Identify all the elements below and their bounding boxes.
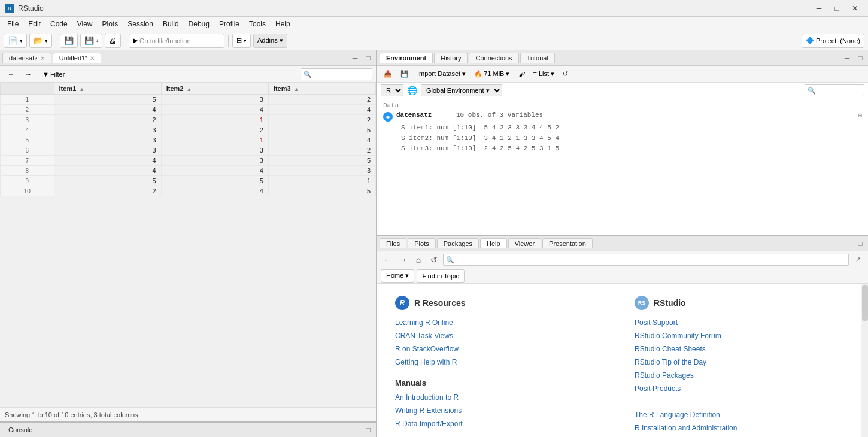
table-search-input[interactable] [301,68,372,80]
menu-profile[interactable]: Profile [214,19,244,29]
tab-files[interactable]: Files [380,238,406,248]
menu-view[interactable]: View [72,19,98,29]
help-external-button[interactable]: ↗ [851,253,864,266]
help-forward-button[interactable]: → [396,253,409,266]
list-view-button[interactable]: ≡ List ▾ [530,68,558,81]
link-stackoverflow[interactable]: R on StackOverflow [395,345,611,353]
menu-help[interactable]: Help [271,19,295,29]
grid-view-icon[interactable]: ⊞ [858,111,862,119]
maximize-help-button[interactable]: □ [855,238,866,249]
link-getting-help[interactable]: Getting Help with R [395,358,611,366]
main-area: datensatz ✕ Untitled1* ✕ ─ □ ← → ▼ Filte… [0,50,868,437]
datensatz-close-icon[interactable]: ✕ [40,55,45,62]
link-posit-support[interactable]: Posit Support [635,318,850,327]
tab-untitled1[interactable]: Untitled1* ✕ [53,53,102,63]
filter-button[interactable]: ▼ Filter [38,68,69,81]
link-cheat-sheets[interactable]: RStudio Cheat Sheets [635,345,850,353]
maximize-env-button[interactable]: □ [855,53,866,63]
close-button[interactable]: ✕ [846,2,863,14]
dataviewer-toolbar: ← → ▼ Filter [0,66,376,83]
cell-item1: 3 [54,125,161,135]
cell-item1: 4 [54,166,161,176]
link-rstudio-pkgs[interactable]: RStudio Packages [635,371,850,380]
untitled1-close-icon[interactable]: ✕ [90,55,95,62]
addins-button[interactable]: Addins ▾ [253,34,287,48]
tab-tutorial[interactable]: Tutorial [520,53,555,63]
menu-plots[interactable]: Plots [98,19,123,29]
link-posit-products[interactable]: Posit Products [635,384,850,393]
print-button[interactable]: 🖨 [105,34,121,48]
save-ws-icon: 💾 [400,70,409,78]
link-data-import[interactable]: R Data Import/Export [395,420,611,428]
tab-plots[interactable]: Plots [408,238,435,248]
load-workspace-button[interactable]: 📥 [381,68,395,81]
console-tab[interactable]: Console [2,425,38,435]
help-search-input[interactable] [443,254,849,266]
r-version-selector[interactable]: R [381,84,403,96]
home-dropdown-button[interactable]: Home ▾ [381,269,414,283]
tab-history[interactable]: History [434,53,468,63]
link-tip-of-day[interactable]: RStudio Tip of the Day [635,358,850,366]
memory-button[interactable]: 🔥 71 MiB ▾ [471,68,512,81]
link-r-install-admin[interactable]: R Installation and Administration [635,424,850,432]
link-writing-ext[interactable]: Writing R Extensions [395,406,611,415]
tab-connections[interactable]: Connections [469,53,518,63]
minimize-button[interactable]: ─ [811,2,827,14]
menu-session[interactable]: Session [123,19,158,29]
link-cran-task[interactable]: CRAN Task Views [395,332,611,340]
tab-environment[interactable]: Environment [380,53,433,63]
tab-datensatz[interactable]: datensatz ✕ [2,53,51,63]
upper-right-panel: Environment History Connections Tutorial… [377,50,868,236]
col-item3[interactable]: item3 ▲ [268,83,375,95]
link-learning-r[interactable]: Learning R Online [395,318,611,327]
collapse-editor-button[interactable]: ─ [350,53,360,63]
collapse-console-button[interactable]: ─ [350,424,360,435]
table-row: 8443 [1,166,376,176]
env-search-input[interactable] [805,84,864,96]
help-back-button[interactable]: ← [381,253,394,266]
save-all-icon: 💾 [84,36,94,45]
import-dataset-button[interactable]: Import Dataset ▾ [414,68,469,81]
cell-item2: 2 [161,125,268,135]
menu-code[interactable]: Code [45,19,72,29]
nav-back-button[interactable]: ← [4,68,19,81]
new-file-button[interactable]: 📄 ▾ [4,34,27,48]
collapse-help-button[interactable]: ─ [842,238,852,249]
project-button[interactable]: 🔷 Project: (None) [802,34,864,48]
col-item2[interactable]: item2 ▲ [161,83,268,95]
global-env-selector[interactable]: Global Environment ▾ [421,84,502,96]
collapse-env-button[interactable]: ─ [842,53,852,63]
save-button[interactable]: 💾 [60,34,78,48]
filter-label: Filter [50,71,65,78]
menu-build[interactable]: Build [158,19,184,29]
maximize-editor-button[interactable]: □ [363,53,374,63]
nav-forward-button[interactable]: → [21,68,36,81]
clear-env-button[interactable]: 🖌 [515,68,528,81]
env-item-datensatz[interactable]: ◉ datensatz 10 obs. of 3 variables ⊞ [383,111,862,122]
menu-file[interactable]: File [2,19,23,29]
menu-debug[interactable]: Debug [184,19,214,29]
help-scrollbar[interactable] [861,284,868,437]
maximize-console-button[interactable]: □ [363,424,374,435]
tab-help[interactable]: Help [480,238,507,248]
link-intro-r[interactable]: An Introduction to R [395,393,611,402]
new-dropdown-icon: ▾ [20,38,23,44]
menu-tools[interactable]: Tools [244,19,271,29]
maximize-button[interactable]: □ [828,2,845,14]
refresh-env-button[interactable]: ↺ [560,68,571,81]
link-r-lang-def[interactable]: The R Language Definition [635,411,850,419]
tab-viewer[interactable]: Viewer [508,238,541,248]
menu-edit[interactable]: Edit [23,19,45,29]
grid-button[interactable]: ⊞ ▾ [232,34,251,48]
open-file-button[interactable]: 📂 ▾ [29,34,52,48]
save-workspace-button[interactable]: 💾 [397,68,412,81]
col-item1[interactable]: item1 ▲ [54,83,161,95]
find-in-topic-button[interactable]: Find in Topic [417,269,465,283]
help-refresh-button[interactable]: ↺ [427,253,441,266]
goto-file-button[interactable]: ▶ Go to file/function [129,34,224,48]
tab-packages[interactable]: Packages [437,238,479,248]
save-all-button[interactable]: 💾↓ [80,34,102,48]
help-home-button[interactable]: ⌂ [412,253,425,266]
tab-presentation[interactable]: Presentation [542,238,593,248]
link-community-forum[interactable]: RStudio Community Forum [635,332,850,340]
